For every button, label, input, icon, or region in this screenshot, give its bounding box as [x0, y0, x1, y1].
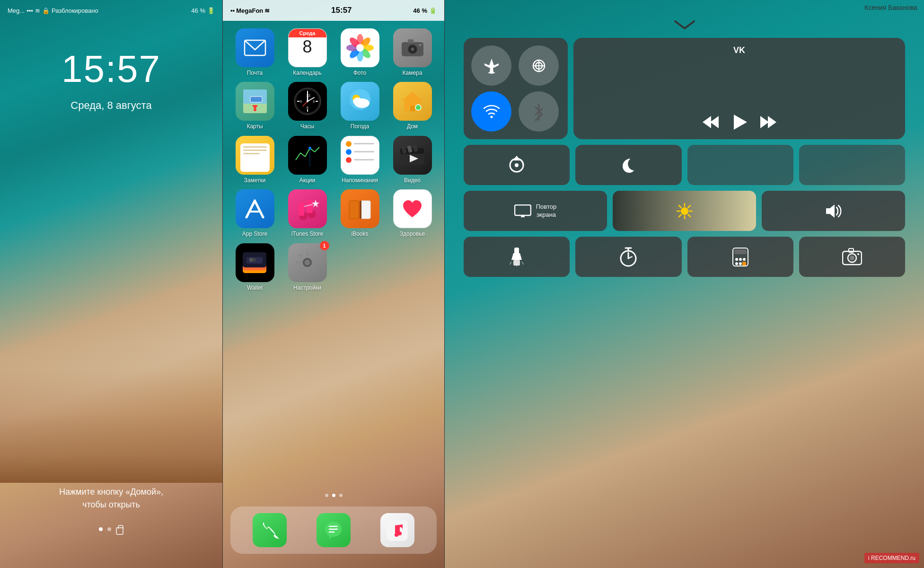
page-dot-3 — [339, 494, 343, 497]
svg-rect-66 — [299, 203, 304, 216]
svg-rect-86 — [311, 266, 315, 271]
cc-dnd-btn[interactable] — [575, 145, 681, 185]
cc-screen-mirror-btn[interactable]: Повторэкрана — [464, 191, 607, 231]
app-appstore-label: App Store — [242, 231, 267, 237]
lock-wave-overlay — [0, 341, 222, 483]
app-itunes-icon[interactable] — [288, 189, 327, 228]
app-wallet-icon[interactable] — [236, 243, 274, 282]
app-ibooks-wrap[interactable]: iBooks — [335, 189, 384, 237]
svg-rect-65 — [307, 200, 313, 213]
app-appstore-icon[interactable] — [236, 189, 274, 228]
cc-media-box: VK — [573, 38, 905, 139]
app-camera-icon[interactable] — [393, 28, 432, 67]
svg-point-141 — [739, 262, 742, 265]
cc-next-btn[interactable] — [760, 115, 777, 129]
app-reminders-icon[interactable] — [341, 136, 379, 175]
lock-unlock-text[interactable]: Нажмите кнопку «Домой», чтобы открыть — [0, 486, 222, 511]
app-notes-icon[interactable] — [236, 136, 274, 175]
app-wallet-wrap[interactable]: Wallet — [230, 243, 279, 291]
svg-rect-69 — [349, 201, 359, 219]
app-photos-wrap[interactable]: Фото — [335, 28, 384, 76]
cc-flashlight-btn[interactable] — [464, 237, 570, 277]
app-camera-wrap[interactable]: Камера — [388, 28, 437, 76]
cc-empty-btn-2 — [799, 145, 905, 185]
svg-marker-103 — [710, 116, 719, 128]
cc-brightness-btn[interactable] — [613, 191, 756, 231]
app-weather-icon[interactable] — [341, 82, 379, 121]
svg-point-145 — [850, 256, 854, 260]
svg-text:3: 3 — [313, 100, 315, 103]
dock-music-icon[interactable] — [380, 513, 414, 547]
home-signal-dots: ▪▪ — [230, 7, 235, 14]
app-home-wrap[interactable]: Дом — [388, 82, 437, 130]
app-appstore-wrap[interactable]: App Store — [230, 189, 279, 237]
cc-wifi-btn[interactable] — [471, 91, 511, 132]
app-clock-icon[interactable]: 12 3 6 9 — [288, 82, 327, 121]
cc-calculator-btn[interactable] — [687, 237, 793, 277]
app-itunes-label: iTunes Store — [291, 231, 324, 237]
app-videos-icon[interactable] — [393, 136, 432, 175]
app-settings-wrap[interactable]: 1 Настройки — [283, 243, 332, 291]
app-calendar-label: Календарь — [293, 70, 322, 76]
app-settings-label: Настройки — [293, 284, 321, 291]
app-reminders-wrap[interactable]: Напоминания — [335, 136, 384, 184]
cc-timer-btn[interactable] — [575, 237, 681, 277]
chevron-down-icon[interactable] — [673, 19, 696, 31]
svg-line-119 — [679, 205, 681, 208]
svg-text:9: 9 — [300, 100, 302, 103]
svg-rect-82 — [306, 269, 308, 274]
lock-lock-icon: 🔒 — [42, 7, 50, 14]
lock-time: 15:57 — [0, 47, 222, 91]
cc-bluetooth-btn[interactable] — [519, 91, 559, 132]
app-home-icon[interactable] — [393, 82, 432, 121]
lock-carrier: Meg... — [8, 7, 25, 14]
svg-point-101 — [490, 115, 493, 118]
app-notes-wrap[interactable]: Заметки — [230, 136, 279, 184]
app-videos-wrap[interactable]: Видео — [388, 136, 437, 184]
app-health-icon[interactable] — [393, 189, 432, 228]
app-health-wrap[interactable]: Здоровье — [388, 189, 437, 237]
cc-play-btn[interactable] — [730, 113, 749, 132]
app-weather-wrap[interactable]: Погода — [335, 82, 384, 130]
cc-cellular-btn[interactable] — [519, 45, 559, 86]
app-maps-icon[interactable]: 280 — [236, 82, 274, 121]
svg-rect-46 — [293, 143, 322, 167]
lock-signal-icon: ▪▪▪ — [26, 7, 33, 14]
app-reminders-label: Напоминания — [342, 177, 378, 184]
lock-date: Среда, 8 августа — [0, 99, 222, 112]
app-maps-wrap[interactable]: 280 Карты — [230, 82, 279, 130]
app-settings-icon[interactable]: 1 — [288, 243, 327, 282]
dock-phone-icon[interactable] — [253, 513, 287, 547]
svg-rect-111 — [515, 205, 531, 215]
svg-point-78 — [252, 258, 256, 262]
dock-messages-icon[interactable] — [317, 513, 351, 547]
app-ibooks-label: iBooks — [351, 231, 368, 237]
cc-rotation-btn[interactable] — [464, 145, 570, 185]
cc-volume-btn[interactable] — [762, 191, 905, 231]
app-itunes-wrap[interactable]: iTunes Store — [283, 189, 332, 237]
svg-line-127 — [510, 262, 511, 265]
app-clock-label: Часы — [300, 123, 314, 130]
svg-rect-84 — [314, 261, 318, 264]
page-dot-2 — [332, 494, 335, 497]
app-calendar-icon[interactable]: Среда 8 — [288, 28, 327, 67]
recommend-badge: i RECOMMEND.ru — [864, 553, 919, 563]
app-mail-wrap[interactable]: Почта — [230, 28, 279, 76]
cc-camera-btn[interactable] — [799, 237, 905, 277]
cc-airplane-btn[interactable] — [471, 45, 511, 86]
app-ibooks-icon[interactable] — [341, 189, 379, 228]
svg-rect-17 — [419, 44, 422, 46]
app-calendar-wrap[interactable]: Среда 8 Календарь — [283, 28, 332, 76]
svg-rect-16 — [408, 39, 414, 43]
app-clock-wrap[interactable]: 12 3 6 9 Часы — [283, 82, 332, 130]
app-mail-icon[interactable] — [236, 28, 274, 67]
app-stocks-icon[interactable] — [288, 136, 327, 175]
svg-rect-22 — [250, 97, 262, 102]
svg-point-45 — [415, 105, 421, 110]
app-photos-icon[interactable] — [341, 28, 379, 67]
svg-line-60 — [246, 201, 255, 217]
app-stocks-wrap[interactable]: Акции — [283, 136, 332, 184]
svg-rect-142 — [742, 262, 746, 266]
cc-prev-btn[interactable] — [702, 115, 719, 129]
lock-screen: Meg... ▪▪▪ ≋ 🔒 Разблокировано 46 % 🔋 15:… — [0, 0, 222, 568]
